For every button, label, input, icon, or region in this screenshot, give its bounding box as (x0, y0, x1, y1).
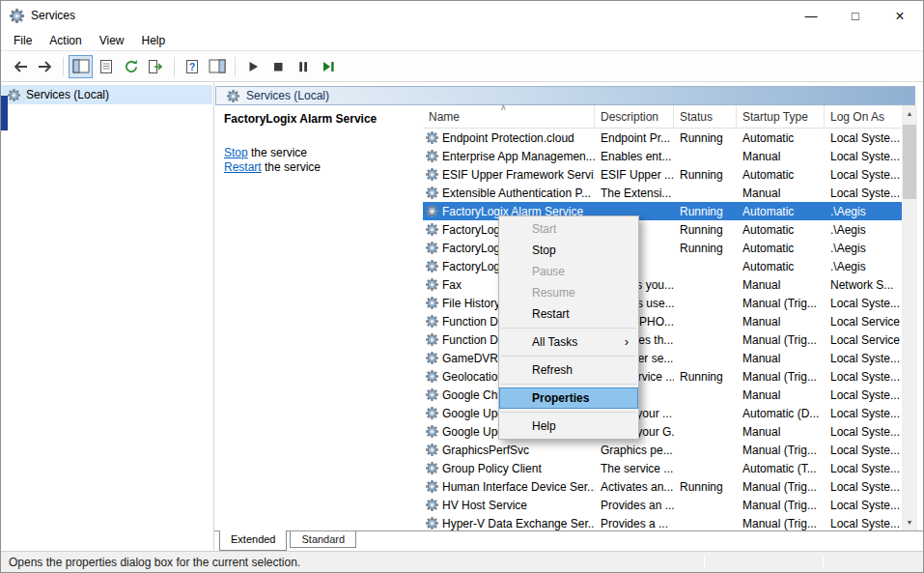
table-row[interactable]: GraphicsPerfSvc Graphics pe... Manual (T… (423, 441, 902, 459)
table-row[interactable]: GameDVR and Broadcast U... This user se.… (423, 349, 902, 367)
service-gear-icon (426, 242, 438, 254)
properties-button[interactable] (94, 55, 118, 78)
table-row[interactable]: Function Discovery Provide... The FDPHO.… (423, 312, 902, 330)
service-gear-icon (426, 444, 438, 456)
table-row[interactable]: FactoryLog Running Automatic .\Aegis (423, 220, 902, 239)
table-row[interactable]: File History Service Protects use... Man… (423, 294, 902, 312)
start-service-button[interactable] (240, 55, 265, 78)
scroll-down-button[interactable]: ▼ (902, 514, 917, 530)
cell-startup-type: Manual (Trig... (737, 297, 825, 310)
cell-startup-type: Manual (737, 388, 825, 402)
scrollbar-thumb[interactable] (903, 125, 916, 199)
cell-name: Hyper-V Data Exchange Ser... (423, 517, 595, 530)
minimize-button[interactable]: — (789, 2, 833, 30)
menu-separator (501, 384, 636, 385)
cell-name: GraphicsPerfSvc (423, 444, 595, 457)
toolbar: ? (1, 51, 923, 82)
table-row[interactable]: Geolocation Service This service ... Run… (423, 367, 902, 386)
menu-item-start[interactable]: Start (499, 218, 638, 240)
menu-item-restart[interactable]: Restart (499, 303, 638, 325)
cell-startup-type: Manual (Trig... (737, 517, 825, 530)
table-row[interactable]: Google Update Service (gu... Keeps your … (423, 404, 902, 422)
service-gear-icon (426, 462, 438, 474)
cell-startup-type: Automatic (737, 168, 825, 182)
table-row[interactable]: FactoryLogix Alarm Service Running Autom… (423, 202, 902, 220)
cell-name: Extensible Authentication P... (423, 186, 595, 200)
column-header-name[interactable]: Name (423, 105, 595, 129)
service-gear-icon (426, 407, 438, 419)
service-gear-icon (426, 260, 438, 272)
table-row[interactable]: HV Host Service Provides an ... Manual (… (423, 496, 902, 514)
view-tab-bar: Extended Standard (214, 530, 923, 551)
help-button[interactable]: ? (180, 55, 204, 78)
stop-service-button[interactable] (266, 55, 290, 78)
export-list-button[interactable] (144, 55, 168, 78)
column-header-description[interactable]: Description (595, 105, 674, 129)
vertical-scrollbar[interactable]: ▲ ▼ (902, 105, 917, 530)
menu-action[interactable]: Action (41, 31, 90, 50)
table-row[interactable]: FactoryLog Running Automatic .\Aegis (423, 239, 902, 257)
cell-log-on-as: Local Service (825, 333, 902, 347)
cell-log-on-as: Local Syste... (825, 517, 902, 530)
restart-service-link[interactable]: Restart (224, 160, 262, 174)
pause-service-icon (295, 59, 311, 74)
show-hide-console-tree-button[interactable] (69, 55, 93, 78)
column-header-startup-type[interactable]: Startup Type (737, 105, 825, 129)
menu-item-properties[interactable]: Properties (499, 387, 638, 409)
menu-item-label: Pause (532, 265, 565, 278)
restart-service-icon (321, 59, 336, 74)
menu-help[interactable]: Help (133, 31, 175, 50)
close-button[interactable]: × (878, 2, 922, 30)
show-hide-action-pane-button[interactable] (205, 55, 229, 78)
cell-status: Running (674, 131, 737, 145)
table-row[interactable]: Fax Enables you... Manual Network S... (423, 275, 902, 294)
menu-separator (501, 356, 636, 357)
service-details-panel: FactoryLogix Alarm Service Stop the serv… (215, 105, 423, 530)
menu-item-label: Resume (532, 286, 575, 300)
menu-file[interactable]: File (5, 31, 41, 50)
cell-startup-type: Manual (737, 278, 825, 292)
cell-startup-type: Manual (737, 186, 825, 200)
tab-extended[interactable]: Extended (219, 530, 287, 551)
tab-standard[interactable]: Standard (290, 531, 356, 548)
forward-button[interactable] (33, 55, 57, 78)
table-row[interactable]: Function Discovery Resour... Publishes t… (423, 330, 902, 349)
cell-startup-type: Automatic (737, 260, 825, 273)
pause-service-button[interactable] (291, 55, 315, 78)
table-row[interactable]: Enterprise App Managemen... Enables ent.… (423, 147, 902, 165)
table-row[interactable]: Human Interface Device Ser... Activates … (423, 477, 902, 496)
back-button[interactable] (8, 55, 32, 78)
menu-item-all-tasks[interactable]: All Tasks › (499, 331, 638, 353)
help-icon: ? (184, 59, 200, 74)
service-gear-icon (426, 370, 438, 383)
column-header-log-on-as[interactable]: Log On As (825, 105, 904, 129)
maximize-button[interactable]: □ (833, 2, 878, 30)
console-tree-panel: Services (Local) (1, 82, 214, 551)
menu-item-help[interactable]: Help (499, 415, 638, 437)
table-row[interactable]: Group Policy Client The service ... Auto… (423, 459, 902, 477)
table-row[interactable]: ESIF Upper Framework Servi... ESIF Upper… (423, 165, 902, 184)
scroll-up-button[interactable]: ▲ (902, 105, 917, 122)
cell-startup-type: Manual (737, 150, 825, 163)
tree-item-services-local[interactable]: Services (Local) (1, 85, 212, 104)
cell-log-on-as: Local Service (825, 315, 902, 329)
table-row[interactable]: Google Update Service (gu... Keeps your … (423, 422, 902, 441)
table-row[interactable]: FactoryLog Automatic .\Aegis (423, 257, 902, 275)
menu-view[interactable]: View (91, 31, 133, 50)
stop-service-link[interactable]: Stop (224, 146, 248, 159)
table-row[interactable]: Google Chrome Elevation S... Manual Loca… (423, 386, 902, 404)
menu-item-refresh[interactable]: Refresh (499, 359, 638, 381)
menu-item-stop[interactable]: Stop (499, 240, 638, 261)
table-row[interactable]: Endpoint Protection.cloud Endpoint Pr...… (423, 129, 902, 147)
restart-service-button[interactable] (316, 55, 340, 78)
menu-item-resume[interactable]: Resume (499, 282, 638, 303)
menu-item-pause[interactable]: Pause (499, 261, 638, 282)
cell-startup-type: Manual (Trig... (737, 444, 825, 457)
refresh-button[interactable] (119, 55, 143, 78)
restart-service-line: Restart the service (224, 160, 423, 175)
column-header-status[interactable]: Status (674, 105, 737, 129)
cell-startup-type: Manual (737, 352, 825, 365)
table-row[interactable]: Extensible Authentication P... The Exten… (423, 184, 902, 202)
start-service-icon (245, 59, 261, 74)
table-row[interactable]: Hyper-V Data Exchange Ser... Provides a … (423, 514, 902, 530)
